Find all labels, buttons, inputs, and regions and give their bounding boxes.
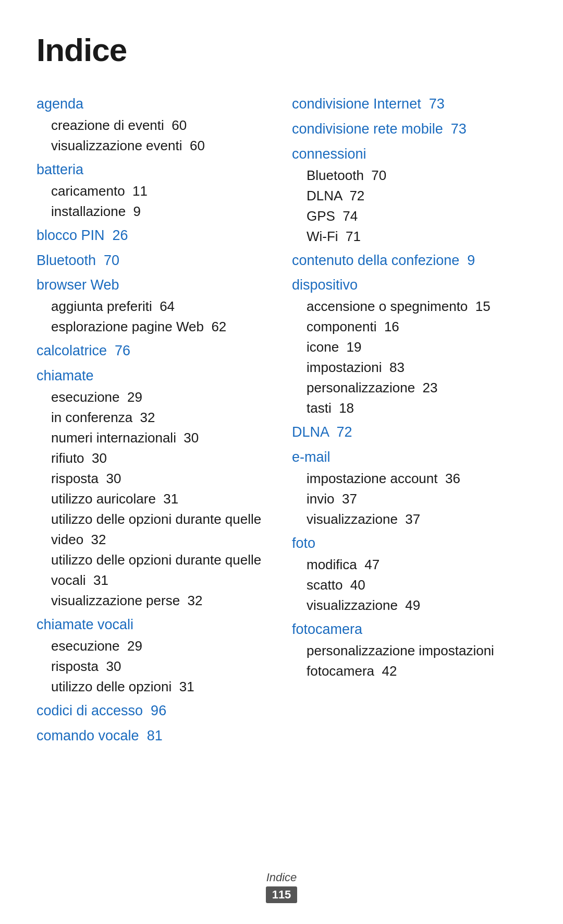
index-entry: codici di accesso 96 <box>36 700 271 722</box>
page-title: Indice <box>36 31 527 68</box>
sub-item: installazione 9 <box>51 201 271 222</box>
sub-item: scatto 40 <box>307 575 527 595</box>
sub-item: visualizzazione 49 <box>307 595 527 616</box>
entry-heading: chiamate <box>36 365 271 387</box>
sub-item: creazione di eventi 60 <box>51 115 271 136</box>
index-entry: browser Webaggiunta preferiti 64esploraz… <box>36 274 271 337</box>
entry-heading: connessioni <box>292 143 527 165</box>
sub-item: Bluetooth 70 <box>307 165 527 186</box>
index-entry: condivisione rete mobile 73 <box>292 118 527 140</box>
entry-heading: agenda <box>36 93 271 115</box>
index-entry: comando vocale 81 <box>36 725 271 747</box>
index-entry: Bluetooth 70 <box>36 250 271 272</box>
index-entry: fotocamerapersonalizzazione impostazioni… <box>292 619 527 681</box>
index-entry: chiamate vocaliesecuzione 29risposta 30u… <box>36 614 271 697</box>
sub-item: modifica 47 <box>307 555 527 575</box>
sub-item: tasti 18 <box>307 398 527 418</box>
index-entry: connessioniBluetooth 70DLNA 72GPS 74Wi-F… <box>292 143 527 247</box>
sub-item: impostazioni 83 <box>307 357 527 378</box>
entry-heading: calcolatrice 76 <box>36 340 271 362</box>
sub-item: risposta 30 <box>51 656 271 677</box>
entry-heading: dispositivo <box>292 274 527 296</box>
sub-item: rifiuto 30 <box>51 448 271 469</box>
sub-item: utilizzo delle opzioni durante quelle vo… <box>51 550 271 591</box>
entry-heading: chiamate vocali <box>36 614 271 636</box>
sub-items: caricamento 11installazione 9 <box>36 181 271 222</box>
sub-item: esecuzione 29 <box>51 636 271 656</box>
sub-item: icone 19 <box>307 337 527 357</box>
sub-item: utilizzo auricolare 31 <box>51 489 271 509</box>
sub-item: aggiunta preferiti 64 <box>51 296 271 317</box>
index-entry: DLNA 72 <box>292 422 527 443</box>
sub-item: in conferenza 32 <box>51 407 271 428</box>
sub-item: visualizzazione eventi 60 <box>51 136 271 156</box>
index-entry: chiamateesecuzione 29in conferenza 32num… <box>36 365 271 611</box>
entry-heading: e-mail <box>292 447 527 469</box>
sub-items: aggiunta preferiti 64esplorazione pagine… <box>36 296 271 337</box>
sub-items: esecuzione 29in conferenza 32numeri inte… <box>36 387 271 611</box>
sub-item: utilizzo delle opzioni durante quelle vi… <box>51 509 271 550</box>
entry-heading: blocco PIN 26 <box>36 225 271 247</box>
sub-item: accensione o spegnimento 15 <box>307 296 527 317</box>
sub-item: componenti 16 <box>307 317 527 337</box>
entry-heading: codici di accesso 96 <box>36 700 271 722</box>
index-entry: condivisione Internet 73 <box>292 93 527 115</box>
footer-label: Indice <box>0 871 563 884</box>
index-entry: fotomodifica 47scatto 40visualizzazione … <box>292 533 527 616</box>
column-1: condivisione Internet 73condivisione ret… <box>292 93 527 750</box>
sub-item: utilizzo delle opzioni 31 <box>51 677 271 697</box>
sub-item: numeri internazionali 30 <box>51 428 271 448</box>
sub-item: personalizzazione impostazioni fotocamer… <box>307 641 527 681</box>
entry-heading: batteria <box>36 159 271 181</box>
sub-item: esplorazione pagine Web 62 <box>51 317 271 337</box>
sub-item: GPS 74 <box>307 206 527 226</box>
entry-heading: condivisione rete mobile 73 <box>292 118 527 140</box>
index-entry: e-mailimpostazione account 36invio 37vis… <box>292 447 527 530</box>
sub-item: impostazione account 36 <box>307 469 527 489</box>
entry-heading: foto <box>292 533 527 555</box>
entry-heading: condivisione Internet 73 <box>292 93 527 115</box>
index-entry: agendacreazione di eventi 60visualizzazi… <box>36 93 271 156</box>
entry-heading: Bluetooth 70 <box>36 250 271 272</box>
entry-heading: fotocamera <box>292 619 527 641</box>
sub-item: DLNA 72 <box>307 186 527 206</box>
column-0: agendacreazione di eventi 60visualizzazi… <box>36 93 271 750</box>
sub-item: esecuzione 29 <box>51 387 271 407</box>
footer-page: 115 <box>266 886 298 903</box>
index-entry: dispositivoaccensione o spegnimento 15co… <box>292 274 527 418</box>
sub-item: visualizzazione perse 32 <box>51 591 271 611</box>
entry-heading: contenuto della confezione 9 <box>292 250 527 272</box>
index-entry: contenuto della confezione 9 <box>292 250 527 272</box>
sub-items: personalizzazione impostazioni fotocamer… <box>292 641 527 681</box>
sub-item: Wi-Fi 71 <box>307 226 527 247</box>
sub-items: esecuzione 29risposta 30utilizzo delle o… <box>36 636 271 697</box>
sub-items: accensione o spegnimento 15componenti 16… <box>292 296 527 418</box>
sub-items: creazione di eventi 60visualizzazione ev… <box>36 115 271 156</box>
index-body: agendacreazione di eventi 60visualizzazi… <box>36 93 527 750</box>
footer: Indice 115 <box>0 871 563 903</box>
sub-items: impostazione account 36invio 37visualizz… <box>292 469 527 530</box>
sub-item: invio 37 <box>307 489 527 509</box>
index-entry: calcolatrice 76 <box>36 340 271 362</box>
sub-item: personalizzazione 23 <box>307 378 527 398</box>
sub-item: caricamento 11 <box>51 181 271 201</box>
entry-heading: DLNA 72 <box>292 422 527 443</box>
sub-item: visualizzazione 37 <box>307 509 527 530</box>
sub-items: Bluetooth 70DLNA 72GPS 74Wi-Fi 71 <box>292 165 527 247</box>
index-entry: blocco PIN 26 <box>36 225 271 247</box>
sub-items: modifica 47scatto 40visualizzazione 49 <box>292 555 527 616</box>
index-entry: batteriacaricamento 11installazione 9 <box>36 159 271 222</box>
entry-heading: browser Web <box>36 274 271 296</box>
sub-item: risposta 30 <box>51 469 271 489</box>
entry-heading: comando vocale 81 <box>36 725 271 747</box>
